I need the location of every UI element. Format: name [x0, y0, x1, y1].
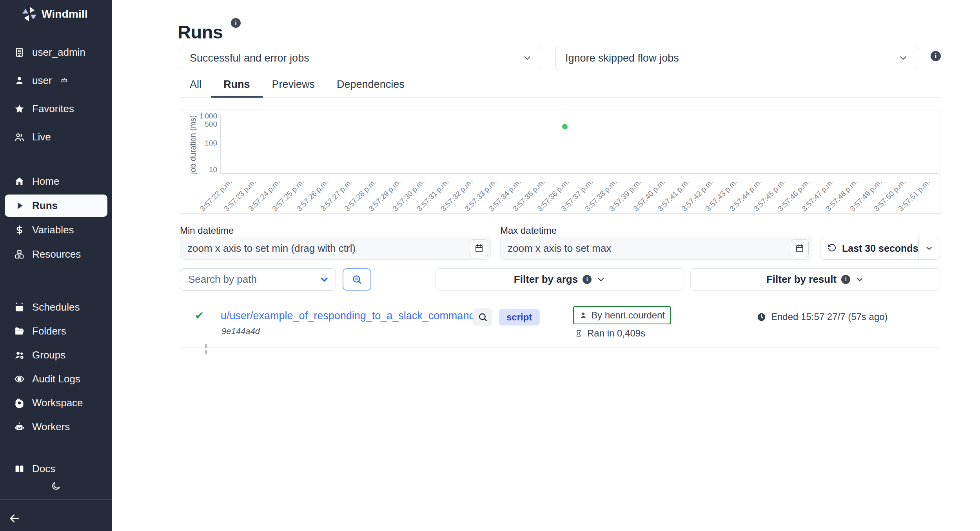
theme-toggle-moon-icon[interactable]	[49, 479, 63, 493]
cubes-icon	[14, 249, 25, 260]
run-row[interactable]: ✔ u/user/example_of_responding_to_a_slac…	[180, 300, 940, 348]
search-by-path-input[interactable]	[180, 268, 336, 291]
sidebar-group-workspace: user_adminuserFavoritesLive	[0, 38, 112, 151]
clock-icon	[757, 312, 766, 322]
chart-data-point[interactable]	[562, 124, 568, 129]
filter-by-args-button[interactable]: Filter by args i	[435, 268, 684, 291]
book-icon	[14, 464, 25, 474]
sidebar-group-main: HomeRunsVariablesResources	[0, 169, 112, 266]
title-info-icon[interactable]: i	[231, 18, 241, 28]
groups-icon	[14, 350, 25, 360]
run-duration: Ran in 0,409s	[575, 328, 645, 339]
windmill-logo[interactable]: Windmill	[0, 0, 112, 28]
chevron-down-icon	[855, 275, 864, 284]
chart-y-tick: 10	[180, 165, 217, 175]
page-title: Runs	[178, 22, 223, 43]
folder-icon	[14, 326, 25, 336]
info-icon: i	[583, 275, 592, 284]
skipped-flow-filter-select[interactable]: Ignore skipped flow jobs	[555, 46, 918, 70]
triggered-by-box[interactable]: By henri.courdent	[573, 306, 671, 324]
min-datetime-input[interactable]	[180, 237, 491, 260]
sidebar-item-workspace[interactable]: Workspace	[0, 391, 112, 415]
max-datetime-field	[500, 237, 811, 260]
sidebar-item-label: user	[32, 75, 52, 87]
star-icon	[14, 104, 25, 114]
chart-x-axis-line	[220, 173, 938, 174]
run-path-link[interactable]: u/user/example_of_responding_to_a_slack_…	[221, 310, 475, 322]
max-datetime-calendar-button[interactable]	[791, 239, 809, 257]
sidebar-item-groups[interactable]: Groups	[0, 343, 112, 367]
chevron-down-icon	[596, 275, 606, 284]
info-icon: i	[841, 275, 850, 284]
sidebar-item-docs[interactable]: Docs	[0, 456, 112, 481]
run-duration-label: Ran in 0,409s	[587, 328, 645, 339]
user-icon	[14, 75, 25, 86]
runs-kind-tabs: AllRunsPreviewsDependencies	[180, 77, 941, 98]
min-datetime-field	[180, 237, 491, 260]
tab-dependencies[interactable]: Dependencies	[336, 78, 405, 97]
job-duration-chart[interactable]: job duration (ms) 1 00050010010 3:57:22 …	[180, 109, 940, 214]
refresh-icon	[828, 243, 837, 253]
sidebar-item-label: user_admin	[32, 46, 85, 58]
sidebar-item-workers[interactable]: Workers	[0, 415, 112, 439]
dollar-icon	[14, 225, 25, 235]
min-datetime-calendar-button[interactable]	[470, 239, 488, 257]
search-button[interactable]	[343, 268, 371, 291]
job-kind-badge: script	[499, 309, 540, 326]
sidebar-item-live[interactable]: Live	[0, 123, 112, 151]
sidebar-item-schedules[interactable]: Schedules	[0, 295, 112, 319]
hourglass-icon	[575, 329, 583, 337]
job-status-filter-select[interactable]: Successful and error jobs	[180, 46, 542, 70]
timeline-tick	[205, 350, 207, 354]
building-icon	[14, 47, 25, 58]
sidebar-item-label: Audit Logs	[32, 373, 80, 385]
filter-by-result-button[interactable]: Filter by result i	[690, 268, 940, 291]
sidebar-item-label: Variables	[32, 224, 74, 236]
sidebar-item-audit-logs[interactable]: Audit Logs	[0, 367, 112, 391]
time-range-label: Last 30 seconds	[842, 243, 918, 254]
robot-icon	[14, 422, 25, 432]
tab-runs[interactable]: Runs	[223, 78, 251, 97]
success-check-icon: ✔	[195, 309, 204, 322]
run-ended-label: Ended 15:57 27/7 (57s ago)	[771, 311, 888, 322]
sidebar-group-admin: SchedulesFoldersGroupsAudit LogsWorkspac…	[0, 295, 112, 439]
tab-previews[interactable]: Previews	[271, 78, 316, 97]
sidebar-item-home[interactable]: Home	[0, 169, 112, 193]
timeline-tick	[205, 344, 207, 348]
run-id: 9e144a4d	[221, 326, 260, 336]
tab-all[interactable]: All	[189, 78, 202, 97]
sidebar-item-resources[interactable]: Resources	[0, 242, 112, 266]
sidebar-item-runs[interactable]: Runs	[5, 195, 107, 217]
sidebar-item-label: Home	[32, 175, 59, 187]
chevron-down-icon	[898, 53, 908, 63]
sidebar-item-folders[interactable]: Folders	[0, 319, 112, 343]
sidebar-item-favorites[interactable]: Favorites	[0, 95, 112, 123]
inspect-run-button[interactable]	[473, 308, 492, 326]
sidebar-divider	[0, 28, 112, 28]
sidebar-item-label: Runs	[32, 200, 58, 212]
sidebar-item-user[interactable]: user	[0, 66, 112, 95]
sidebar-item-label: Workers	[32, 421, 70, 433]
flow-filter-info-icon[interactable]: i	[931, 51, 941, 61]
sidebar-item-user-admin[interactable]: user_admin	[0, 38, 112, 66]
magnifier-icon	[478, 312, 488, 322]
sidebar-divider	[0, 499, 112, 500]
chevron-down-icon[interactable]	[319, 274, 330, 285]
time-range-button[interactable]: Last 30 seconds	[820, 237, 940, 260]
max-datetime-input[interactable]	[500, 237, 811, 260]
user-icon	[579, 311, 587, 319]
chart-y-tick: 100	[180, 138, 217, 148]
run-ended: Ended 15:57 27/7 (57s ago)	[757, 311, 888, 322]
play-icon	[14, 200, 25, 211]
time-range-dropdown-button[interactable]	[919, 244, 940, 253]
search-by-path-field	[180, 268, 336, 291]
sidebar-item-label: Workspace	[32, 397, 83, 409]
search-icon	[352, 274, 362, 285]
sidebar-item-label: Schedules	[32, 301, 80, 313]
sidebar-item-variables[interactable]: Variables	[0, 218, 112, 242]
collapse-sidebar-button[interactable]	[9, 511, 26, 526]
chart-y-tick: 500	[180, 119, 217, 129]
filter-by-result-label: Filter by result	[766, 273, 837, 286]
eye-icon	[14, 374, 25, 384]
arrow-left-icon	[9, 513, 20, 524]
